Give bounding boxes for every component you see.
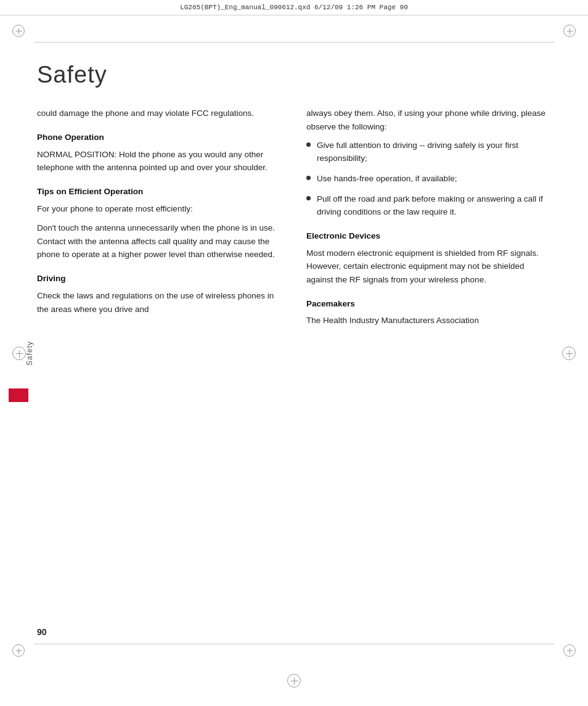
left-column: could damage the phone and may violate F… <box>37 107 282 638</box>
reg-mark-top-left <box>12 25 25 37</box>
bullet-dot-1 <box>306 142 311 147</box>
sidebar-label: Safety <box>25 340 34 365</box>
electronic-devices-heading: Electronic Devices <box>306 230 551 243</box>
electronic-devices-text: Most modern electronic equipment is shie… <box>306 247 551 287</box>
pacemakers-text: The Health Industry Manufacturers Associ… <box>306 314 551 327</box>
reg-circle-right <box>562 347 576 360</box>
phone-operation-text: NORMAL POSITION: Hold the phone as you w… <box>37 148 282 174</box>
reg-mark-bottom-right <box>563 644 576 657</box>
page-container: LG265(BPT)_Eng_manual_090612.qxd 6/12/09… <box>0 0 588 706</box>
bullet-text-2: Use hands-free operation, if available; <box>317 173 457 186</box>
tips-detail: Don't touch the antenna unnecessarily wh… <box>37 221 282 261</box>
reg-mark-top-right <box>563 25 576 37</box>
trim-line-bottom <box>34 644 554 644</box>
right-intro-text: always obey them. Also, if using your ph… <box>306 107 551 133</box>
tips-intro: For your phone to operate most efficient… <box>37 202 282 216</box>
left-intro-text: could damage the phone and may violate F… <box>37 107 282 120</box>
red-tab-marker <box>9 388 28 402</box>
tips-heading: Tips on Efficient Operation <box>37 186 282 199</box>
file-info-text: LG265(BPT)_Eng_manual_090612.qxd 6/12/09… <box>180 4 408 11</box>
bullet-list: Give full attention to driving -- drivin… <box>306 139 551 219</box>
pacemakers-heading: Pacemakers <box>306 298 551 311</box>
reg-side-right <box>562 347 576 360</box>
bullet-text-3: Pull off the road and park before making… <box>317 193 551 219</box>
main-content: Safety could damage the phone and may vi… <box>37 49 551 638</box>
bullet-dot-3 <box>306 196 311 200</box>
bullet-text-1: Give full attention to driving -- drivin… <box>317 139 551 165</box>
bullet-item-2: Use hands-free operation, if available; <box>306 173 551 186</box>
phone-operation-heading: Phone Operation <box>37 131 282 144</box>
driving-heading: Driving <box>37 273 282 285</box>
reg-side-left <box>12 347 26 360</box>
reg-circle-left <box>12 347 26 360</box>
reg-circle-bottom <box>287 674 301 688</box>
bullet-item-3: Pull off the road and park before making… <box>306 193 551 219</box>
two-column-layout: could damage the phone and may violate F… <box>37 107 551 638</box>
reg-mark-bottom-left <box>12 644 25 657</box>
page-title: Safety <box>37 62 551 88</box>
bullet-dot-2 <box>306 176 311 180</box>
right-column: always obey them. Also, if using your ph… <box>306 107 551 638</box>
driving-text: Check the laws and regulations on the us… <box>37 289 282 316</box>
bullet-item-1: Give full attention to driving -- drivin… <box>306 139 551 165</box>
top-header: LG265(BPT)_Eng_manual_090612.qxd 6/12/09… <box>0 0 588 15</box>
trim-line-top <box>34 42 554 43</box>
reg-bottom-center <box>287 674 301 688</box>
